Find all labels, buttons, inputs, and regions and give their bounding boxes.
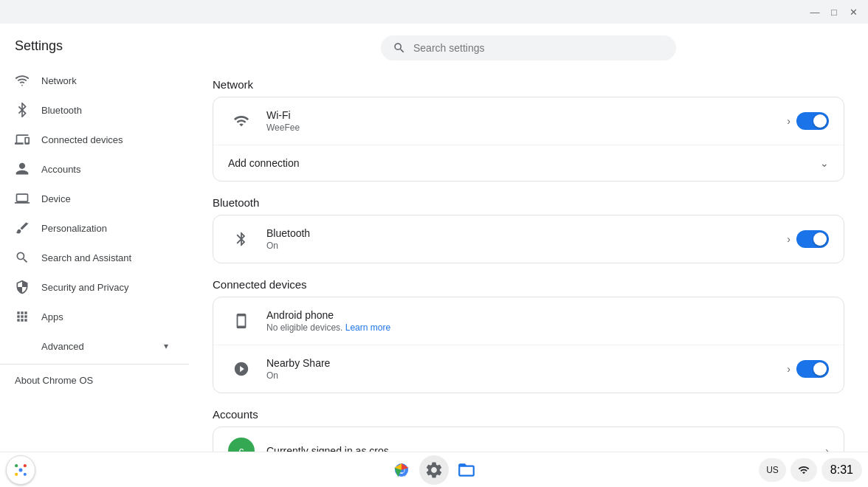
nearby-share-row-title: Nearby Share xyxy=(266,357,787,369)
sidebar-item-device[interactable]: Device xyxy=(0,184,183,213)
search-icon xyxy=(15,250,30,265)
sidebar-item-search-assistant[interactable]: Search and Assistant xyxy=(0,243,183,272)
nearby-share-row-content: Nearby Share On xyxy=(266,357,787,381)
account-row-content: Currently signed in as cros xyxy=(266,445,825,452)
status-area[interactable]: 8:31 xyxy=(822,458,862,482)
android-phone-row[interactable]: Android phone No eligible devices. Learn… xyxy=(213,297,844,345)
sidebar-item-device-label: Device xyxy=(41,193,168,204)
search-input[interactable] xyxy=(413,42,650,54)
wifi-row-action: › xyxy=(787,112,829,130)
taskbar-app-files[interactable] xyxy=(452,455,481,485)
add-connection-label: Add connection xyxy=(228,157,820,169)
sidebar-item-personalization[interactable]: Personalization xyxy=(0,213,183,243)
android-phone-learn-more-link[interactable]: Learn more xyxy=(345,322,390,333)
main-content: Network Wi-Fi WeeFee › xyxy=(189,24,868,452)
sidebar-item-bluetooth[interactable]: Bluetooth xyxy=(0,95,183,125)
wifi-icon xyxy=(15,73,30,88)
sidebar-item-apps-label: Apps xyxy=(41,311,168,322)
taskbar-center xyxy=(387,455,481,485)
wifi-toggle[interactable] xyxy=(796,112,829,130)
sidebar-item-network[interactable]: Network xyxy=(0,66,183,95)
sidebar-item-connected-devices-label: Connected devices xyxy=(41,134,168,145)
svg-point-1 xyxy=(19,468,23,472)
sidebar-item-security-privacy[interactable]: Security and Privacy xyxy=(0,272,183,302)
devices-icon xyxy=(15,132,30,147)
brush-icon xyxy=(15,221,30,235)
wifi-row-title: Wi-Fi xyxy=(266,109,787,121)
wifi-row-subtitle: WeeFee xyxy=(266,122,787,133)
connected-devices-card: Android phone No eligible devices. Learn… xyxy=(213,297,844,393)
bluetooth-row-action: › xyxy=(787,230,829,248)
wifi-status-button[interactable] xyxy=(790,458,817,482)
android-phone-row-title: Android phone xyxy=(266,309,829,321)
sidebar-item-bluetooth-label: Bluetooth xyxy=(41,105,168,116)
account-chevron-icon: › xyxy=(825,445,829,452)
nearby-share-toggle[interactable] xyxy=(796,360,829,378)
taskbar-right: US 8:31 xyxy=(481,458,862,482)
search-bar[interactable] xyxy=(381,35,676,61)
network-card: Wi-Fi WeeFee › Add connection ⌄ xyxy=(213,97,844,182)
nearby-share-row-action: › xyxy=(787,360,829,378)
nearby-share-row[interactable]: Nearby Share On › xyxy=(213,345,844,393)
taskbar-left xyxy=(6,455,387,485)
sidebar-divider xyxy=(0,364,189,365)
sidebar-item-network-label: Network xyxy=(41,75,168,86)
bluetooth-row-title: Bluetooth xyxy=(266,227,787,239)
bluetooth-row-content: Bluetooth On xyxy=(266,227,787,251)
maximize-button[interactable]: □ xyxy=(825,3,843,21)
sidebar-item-advanced-label: Advanced xyxy=(41,341,164,352)
sidebar-item-about[interactable]: About Chrome OS xyxy=(0,367,189,393)
bluetooth-row-icon xyxy=(228,226,255,252)
nearby-share-icon xyxy=(228,356,255,382)
svg-point-2 xyxy=(15,464,18,467)
accounts-card: c Currently signed in as cros › xyxy=(213,426,844,452)
bluetooth-toggle[interactable] xyxy=(796,230,829,248)
sidebar-item-accounts[interactable]: Accounts xyxy=(0,154,183,184)
network-section-title: Network xyxy=(213,78,844,91)
bluetooth-section-title: Bluetooth xyxy=(213,196,844,209)
svg-point-5 xyxy=(24,472,27,475)
account-icon xyxy=(15,162,30,176)
sidebar: Settings Network Bluetooth xyxy=(0,24,189,452)
bluetooth-row-subtitle: On xyxy=(266,241,787,251)
wifi-row[interactable]: Wi-Fi WeeFee › xyxy=(213,97,844,145)
laptop-icon xyxy=(15,191,30,206)
add-connection-row[interactable]: Add connection ⌄ xyxy=(213,145,844,181)
wifi-row-content: Wi-Fi WeeFee xyxy=(266,109,787,133)
add-connection-chevron-icon: ⌄ xyxy=(820,157,829,169)
sidebar-item-security-privacy-label: Security and Privacy xyxy=(41,282,168,293)
sidebar-item-apps[interactable]: Apps xyxy=(0,302,183,331)
svg-point-3 xyxy=(24,464,27,467)
svg-point-4 xyxy=(15,472,18,475)
sidebar-item-advanced[interactable]: Advanced ▾ xyxy=(0,331,183,361)
taskbar-app-chrome[interactable] xyxy=(387,455,416,485)
accounts-section-title: Accounts xyxy=(213,408,844,421)
sidebar-item-accounts-label: Accounts xyxy=(41,164,168,175)
app-title: Settings xyxy=(0,30,189,66)
apps-icon xyxy=(15,309,30,324)
advanced-icon xyxy=(15,339,30,353)
bluetooth-icon xyxy=(15,103,30,117)
nearby-share-row-subtitle: On xyxy=(266,370,787,381)
nearby-share-chevron-icon: › xyxy=(787,363,790,375)
wifi-row-icon xyxy=(228,108,255,134)
bluetooth-row[interactable]: Bluetooth On › xyxy=(213,215,844,263)
shield-icon xyxy=(15,280,30,294)
connected-devices-section-title: Connected devices xyxy=(213,278,844,291)
close-button[interactable]: ✕ xyxy=(844,3,862,21)
avatar: c xyxy=(228,438,255,452)
account-row[interactable]: c Currently signed in as cros › xyxy=(213,427,844,452)
sidebar-item-connected-devices[interactable]: Connected devices xyxy=(0,125,183,154)
taskbar-app-settings[interactable] xyxy=(419,455,449,485)
android-phone-icon xyxy=(228,308,255,334)
launcher-button[interactable] xyxy=(6,455,35,485)
bluetooth-chevron-icon: › xyxy=(787,233,790,245)
status-time: 8:31 xyxy=(830,463,853,477)
bluetooth-card: Bluetooth On › xyxy=(213,215,844,263)
sidebar-item-personalization-label: Personalization xyxy=(41,223,168,234)
ime-button[interactable]: US xyxy=(759,458,786,482)
sidebar-item-search-assistant-label: Search and Assistant xyxy=(41,252,168,263)
minimize-button[interactable]: — xyxy=(806,3,824,21)
keyboard-layout-label: US xyxy=(766,465,779,475)
android-phone-row-subtitle: No eligible devices. Learn more xyxy=(266,322,829,333)
